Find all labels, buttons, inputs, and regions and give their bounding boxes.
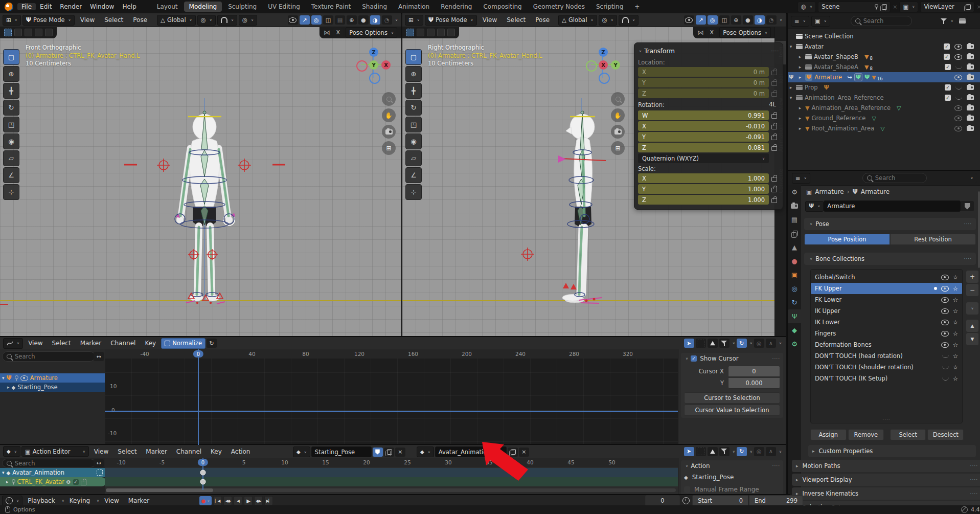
gizmo-y-axis[interactable]: Y [369,60,378,70]
falloff-curve-dropdown[interactable]: ∧ [766,339,776,348]
horizontal-scrollbar[interactable] [106,488,676,492]
lock-icon[interactable] [769,79,779,86]
eye-closed-icon[interactable] [955,96,962,100]
select-mode-subtract-icon[interactable] [35,29,42,36]
transform-panel-header[interactable]: ∨ Transform ···· [638,46,779,57]
eye-icon[interactable] [941,320,949,325]
breadcrumb-object[interactable]: Armature [815,188,844,195]
action-name-field[interactable]: Starting_Pose [311,446,372,457]
star-icon[interactable]: ☆ [953,319,958,326]
eye-icon[interactable] [954,54,962,60]
eye-icon[interactable] [954,105,962,111]
object-constraints-tab[interactable]: ◎ [788,282,801,296]
camera-visibility-icon[interactable] [967,105,974,110]
shading-wireframe-button[interactable]: ⊕ [731,15,741,25]
filter-swap-button[interactable]: ↔ [94,459,104,467]
mirror-x-toggle[interactable]: X [706,28,717,37]
menu-view[interactable]: View [76,16,99,24]
lock-icon[interactable] [769,133,779,140]
channel-key-band[interactable] [105,477,678,486]
gizmo-y-neg-axis[interactable] [586,60,597,72]
pivot-dropdown[interactable]: ◎∨ [599,15,617,26]
editor-type-dropdown[interactable]: ⊞∨ [405,15,423,26]
navigation-gizmo[interactable]: Z X Y [357,49,390,81]
output-tab[interactable]: ▤ [788,213,801,227]
navigation-gizmo[interactable]: Z Y X [587,49,620,81]
drag-handle-icon[interactable]: ···· [964,256,972,261]
perspective-toggle-button[interactable]: ⊞ [382,141,396,155]
editor-type-dropdown[interactable]: ⊞∨ [3,15,21,26]
auto-key-record-button[interactable]: ●∨ [199,496,212,505]
remove-button[interactable]: Remove [848,429,884,440]
menu-pose[interactable]: Pose [531,16,554,24]
expander-icon[interactable]: ▸ [797,105,803,110]
tab-rendering[interactable]: Rendering [436,2,477,12]
tree-row-avatar-shapea[interactable]: ▸ Avatar_ShapeA ▼8 ✓ [788,62,980,72]
menu-marker[interactable]: Marker [76,340,105,347]
bone-collection-fk-upper[interactable]: FK Upper☆ [811,283,962,294]
star-icon[interactable]: ☆ [953,352,958,360]
scale-z-field[interactable]: Z1.000 [638,195,769,205]
jump-to-start-button[interactable]: ▏◀ [213,496,222,505]
camera-visibility-icon[interactable] [967,116,974,121]
proportional-edit-toggle[interactable]: ↻ [737,339,747,348]
current-frame-field[interactable]: 0 [645,495,680,506]
snap-toggle[interactable]: ∨ [217,15,237,26]
shading-wireframe-button[interactable]: ⊕ [347,15,357,25]
show-cursor-checkbox[interactable]: ✓ [691,355,697,362]
falloff-curve-dropdown[interactable]: ∧ [766,447,776,456]
bone-collection-global-switch[interactable]: Global/Switch☆ [811,272,962,283]
use-preview-range-toggle[interactable] [682,497,690,504]
scene-tab[interactable]: ▲ [788,240,801,254]
scene-name-field[interactable]: Scene [818,2,891,12]
action-slot-icon-dropdown[interactable]: ◆∨ [417,446,434,457]
move-collection-up-button[interactable]: ▲ [966,319,979,332]
bone-collection-fk-lower[interactable]: FK Lower☆ [811,294,962,305]
filter-dropdown[interactable] [719,339,730,348]
star-icon[interactable]: ☆ [953,341,958,348]
menu-channel[interactable]: Channel [106,340,140,347]
normalize-toggle[interactable]: Normalize [161,338,206,349]
gizmos-toggle[interactable]: ↗ [300,15,310,25]
camera-view-button[interactable] [611,125,625,139]
remove-bone-collection-button[interactable]: − [966,283,979,297]
pivot-point-icon[interactable]: ◎ [754,447,764,456]
physics-tab[interactable]: ↻ [788,296,801,309]
lock-icon[interactable] [769,90,779,97]
blender-logo-icon[interactable] [5,3,13,11]
menu-pose[interactable]: Pose [129,16,151,24]
render-passes-button[interactable]: ▤ [335,15,345,25]
bone-collections-panel-header[interactable]: ∨ Bone Collections ···· [804,253,976,265]
gizmo-z-neg-axis[interactable] [599,73,610,84]
menu-keying[interactable]: Keying [65,497,94,504]
menu-select[interactable]: Select [48,340,75,347]
drag-handle-icon[interactable]: ···· [970,477,978,482]
measure-tool[interactable]: ∠ [405,167,422,183]
exclude-checkbox[interactable]: ✓ [944,43,950,50]
add-workspace-button[interactable]: + [629,2,645,12]
pan-button[interactable]: ✋ [382,108,396,122]
eye-icon[interactable] [941,286,949,292]
eye-closed-icon[interactable] [955,65,962,69]
filter-dropdown[interactable] [719,447,730,456]
tab-geometry-nodes[interactable]: Geometry Nodes [528,2,590,12]
warning-icon[interactable] [708,339,718,348]
action-icon-dropdown[interactable]: ◆∨ [293,446,310,457]
active-tool-icon[interactable] [406,29,414,36]
lock-icon[interactable] [769,175,779,182]
bone-collection-specials-menu[interactable]: ∨ [966,302,979,315]
scale-tool[interactable]: ◳ [405,117,422,132]
eye-icon[interactable] [954,75,962,80]
visibility-dropdown[interactable] [288,15,298,25]
bone-collection-dont-touch-shoulder[interactable]: DON'T TOUCH (shoulder rotation)☆ [811,362,962,373]
scene-delete-icon[interactable]: × [893,4,897,10]
eye-closed-icon[interactable] [942,365,949,369]
camera-visibility-icon[interactable] [967,64,974,70]
location-y-field[interactable]: Y0 m [638,78,769,87]
play-button[interactable]: ▶ [244,496,253,505]
pose-options-dropdown[interactable]: Pose Options∨ [719,27,771,38]
expander-icon[interactable]: ▸ [797,54,803,59]
mode-dropdown[interactable]: ΨPose Mode∨ [22,15,75,26]
deselect-button[interactable]: Deselect [927,429,964,440]
cursor-tool[interactable]: ⊕ [405,66,422,82]
